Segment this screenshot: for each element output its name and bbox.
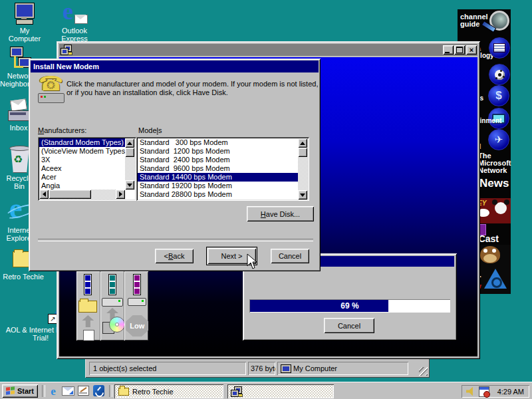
scroll-down-button[interactable] xyxy=(125,180,134,190)
manufacturer-item[interactable]: Aceex xyxy=(39,164,125,173)
channel-msn-label[interactable]: The Microsoft Network xyxy=(478,152,511,174)
task-button-retro-techie[interactable]: Retro Techie xyxy=(114,384,223,398)
icon-label: Outlook Express xyxy=(55,27,94,43)
desktop: My Computer e Outlook Express Network Ne… xyxy=(0,0,532,399)
progress-cancel-button[interactable]: Cancel xyxy=(324,318,374,333)
channel-news-label[interactable]: News xyxy=(479,177,509,190)
desktop-icon-my-computer[interactable]: My Computer xyxy=(3,3,47,43)
resize-grip[interactable] xyxy=(419,367,428,376)
dialog-instruction-text: Click the manufacturer and model of your… xyxy=(66,80,318,97)
statusbar-zone-pane: My Computer xyxy=(277,362,408,375)
task-scheduler-icon[interactable] xyxy=(479,386,489,397)
scroll-up-button[interactable] xyxy=(298,138,307,148)
close-button[interactable]: × xyxy=(466,45,477,55)
my-computer-icon xyxy=(13,3,37,25)
progress-percent-label: 69 % xyxy=(249,299,450,313)
channel-travel-icon[interactable]: ✈ xyxy=(488,129,509,150)
dialup-networking-icon xyxy=(231,386,241,396)
manufacturer-item[interactable]: (VoiceView Modem Types) xyxy=(39,147,125,156)
model-item[interactable]: Standard 2400 bps Modem xyxy=(138,156,298,164)
install-new-modem-dialog: Install New Modem ☎ Click the manufactur… xyxy=(29,59,321,271)
progress-bar: 69 % xyxy=(249,299,450,313)
billboard-document-icon xyxy=(83,330,94,340)
recycle-bin-icon: ♻ xyxy=(8,145,31,173)
windows-flag-icon xyxy=(6,386,15,395)
model-item[interactable]: Standard 300 bps Modem xyxy=(138,138,298,147)
statusbar-size-pane: 376 byte xyxy=(248,362,275,375)
dialog-titlebar[interactable]: Install New Modem xyxy=(31,61,319,72)
model-item[interactable]: Standard 19200 bps Modem xyxy=(138,182,298,190)
modem-phone-icon: ☎ xyxy=(37,76,65,104)
setup-billboard-graphic: Low xyxy=(76,271,148,340)
dialog-cancel-button[interactable]: Cancel xyxy=(271,249,309,263)
inbox-icon xyxy=(7,97,31,122)
taskbar-divider xyxy=(109,385,112,397)
billboard-up-arrow-icon xyxy=(82,315,94,327)
manufacturers-vscrollbar[interactable] xyxy=(125,138,135,190)
start-button[interactable]: Start xyxy=(2,384,38,398)
dialog-separator xyxy=(38,239,313,241)
scroll-down-button[interactable] xyxy=(298,190,307,200)
channel-warner-image[interactable]: L w xyxy=(475,245,511,294)
scroll-thumb[interactable] xyxy=(49,190,91,199)
minimize-button[interactable] xyxy=(443,45,454,55)
installer-titlebar[interactable]: × xyxy=(59,44,477,56)
manufacturers-label: Manufacturers: xyxy=(38,126,86,134)
statusbar-selected-pane: 1 object(s) selected xyxy=(89,362,246,375)
scroll-thumb[interactable] xyxy=(298,148,307,157)
billboard-low-sign: Low xyxy=(126,315,148,336)
models-vscrollbar[interactable] xyxy=(298,138,308,200)
maximize-button[interactable] xyxy=(454,45,465,55)
channel-guide-logo-icon[interactable] xyxy=(485,11,508,33)
channel-business-icon[interactable]: $ xyxy=(488,85,509,106)
models-label: Models xyxy=(138,126,162,134)
scroll-left-button[interactable] xyxy=(39,190,49,199)
back-button[interactable]: < Back xyxy=(155,249,194,263)
channel-news-technology-icon[interactable] xyxy=(489,37,510,59)
quicklaunch-outlook-express-icon[interactable] xyxy=(62,386,74,396)
channel-sports-icon[interactable] xyxy=(489,64,510,85)
manufacturer-item[interactable]: Angia xyxy=(39,182,125,190)
my-computer-zone-icon xyxy=(281,364,291,373)
scroll-up-button[interactable] xyxy=(125,138,134,148)
volume-icon[interactable] xyxy=(466,387,477,396)
model-item[interactable]: Standard 9600 bps Modem xyxy=(138,164,298,173)
manufacturer-item[interactable]: Acer xyxy=(39,173,125,182)
tray-clock[interactable]: 4:29 AM xyxy=(489,388,529,396)
models-listbox[interactable]: Standard 300 bps Modem Standard 1200 bps… xyxy=(136,137,309,201)
explorer-window-statusbar: 1 object(s) selected 376 byte My Compute… xyxy=(85,357,430,378)
model-item[interactable]: Standard 14400 bps Modem xyxy=(138,173,298,182)
billboard-drive-icon xyxy=(128,298,146,306)
icon-label: My Computer xyxy=(3,27,47,43)
dialup-networking-icon xyxy=(61,45,71,55)
task-button-modem-installer[interactable] xyxy=(227,384,334,398)
channel-disney-image[interactable]: EY xyxy=(476,198,511,223)
manufacturers-hscrollbar[interactable] xyxy=(39,190,125,200)
billboard-cd-icon xyxy=(109,317,125,332)
quicklaunch-show-desktop-icon[interactable] xyxy=(78,386,89,396)
desktop-icon-outlook-express[interactable]: e Outlook Express xyxy=(55,3,94,43)
outlook-express-icon: e xyxy=(61,3,88,25)
have-disk-button[interactable]: Have Disk... xyxy=(247,206,314,221)
manufacturer-item[interactable]: 3X xyxy=(39,156,125,164)
manufacturer-item[interactable]: (Standard Modem Types) xyxy=(39,138,125,147)
scroll-right-button[interactable] xyxy=(116,190,125,199)
scroll-thumb[interactable] xyxy=(125,148,134,157)
taskbar-divider xyxy=(42,385,45,397)
billboard-folder-icon xyxy=(78,301,97,313)
model-item[interactable]: Standard 1200 bps Modem xyxy=(138,147,298,156)
quicklaunch-channels-icon[interactable] xyxy=(93,385,104,396)
manufacturers-listbox[interactable]: (Standard Modem Types) (VoiceView Modem … xyxy=(38,137,136,201)
billboard-drive-icon xyxy=(102,298,123,307)
model-item[interactable]: Standard 28800 bps Modem xyxy=(138,190,298,199)
quicklaunch-internet-explorer-icon[interactable]: e xyxy=(47,385,60,397)
system-tray: 4:29 AM xyxy=(462,385,529,398)
folder-icon xyxy=(118,388,129,396)
taskbar: Start e Retro Techie xyxy=(0,382,532,399)
icon-label: Retro Techie xyxy=(0,273,47,281)
mouse-cursor xyxy=(247,253,259,271)
